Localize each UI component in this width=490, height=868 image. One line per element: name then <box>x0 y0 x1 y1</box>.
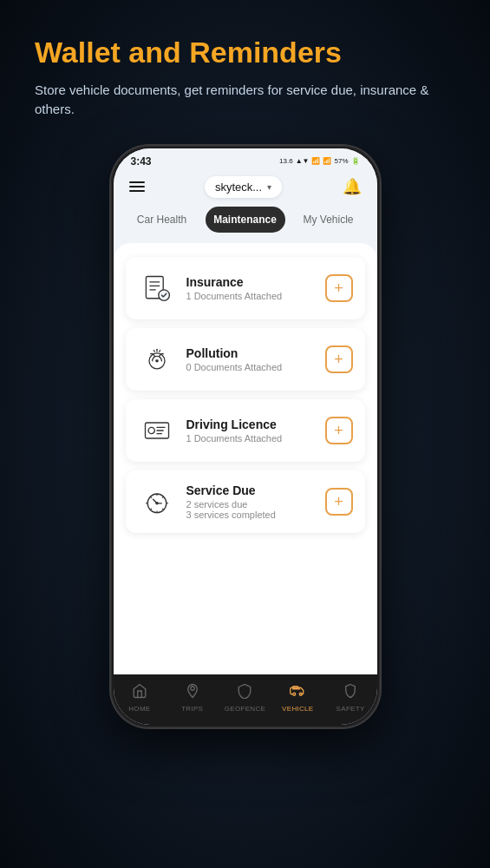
service-due-add-button[interactable]: + <box>325 488 353 516</box>
service-due-card: Service Due 2 services due 3 services co… <box>126 470 365 533</box>
plus-icon: + <box>334 280 343 296</box>
pollution-title: Pollution <box>186 346 315 360</box>
tabs-container: Car Health Maintenance My Vehicle <box>114 207 377 243</box>
vehicle-selector[interactable]: skyteck... ▾ <box>205 176 282 198</box>
service-due-icon <box>138 483 176 521</box>
vehicle-label: VEHICLE <box>282 705 313 713</box>
tab-car-health[interactable]: Car Health <box>122 207 202 233</box>
nav-item-trips[interactable]: TRIPS <box>171 683 214 713</box>
geofence-label: GEOFENCE <box>225 705 265 713</box>
insurance-title: Insurance <box>186 275 315 289</box>
svg-point-3 <box>155 359 159 363</box>
pollution-subtitle: 0 Documents Attached <box>186 362 315 372</box>
driving-licence-title: Driving Licence <box>186 418 315 431</box>
service-due-info: Service Due 2 services due 3 services co… <box>186 483 315 520</box>
phone-frame: 3:43 13.6 ▲▼ 📶 📶 57% 🔋 skyt <box>111 146 380 727</box>
plus-icon: + <box>334 352 343 367</box>
nav-item-vehicle[interactable]: VEHICLE <box>276 683 319 713</box>
plus-icon: + <box>334 423 343 438</box>
tab-my-vehicle[interactable]: My Vehicle <box>289 207 369 233</box>
service-due-subtitle: 2 services due 3 services completed <box>186 499 315 520</box>
trips-label: TRIPS <box>181 705 203 713</box>
insurance-info: Insurance 1 Documents Attached <box>186 275 315 301</box>
vehicle-name: skyteck... <box>215 181 262 194</box>
status-time: 3:43 <box>131 155 152 168</box>
page-title: Wallet and Reminders <box>35 35 455 70</box>
pollution-icon <box>138 340 176 378</box>
top-nav: skyteck... ▾ 🔔 <box>114 171 377 207</box>
phone-wrapper: 3:43 13.6 ▲▼ 📶 📶 57% 🔋 skyt <box>0 146 490 727</box>
driving-licence-card: Driving Licence 1 Documents Attached + <box>126 399 365 462</box>
page-subtitle: Store vehicle documents, get reminders f… <box>35 81 455 120</box>
nav-item-geofence[interactable]: GEOFENCE <box>223 683 266 713</box>
status-bar: 3:43 13.6 ▲▼ 📶 📶 57% 🔋 <box>114 148 377 171</box>
nav-item-safety[interactable]: SAFETY <box>329 683 372 713</box>
insurance-add-button[interactable]: + <box>325 274 353 302</box>
driving-licence-add-button[interactable]: + <box>325 417 353 444</box>
insurance-card: Insurance 1 Documents Attached + <box>126 257 365 319</box>
plus-icon: + <box>334 494 343 510</box>
nav-item-home[interactable]: HOME <box>118 683 161 713</box>
svg-point-9 <box>293 693 296 695</box>
tab-maintenance[interactable]: Maintenance <box>206 207 285 233</box>
insurance-subtitle: 1 Documents Attached <box>186 291 315 301</box>
hamburger-menu-button[interactable] <box>129 181 145 192</box>
home-label: HOME <box>128 705 150 713</box>
insurance-icon <box>138 269 176 307</box>
driving-licence-subtitle: 1 Documents Attached <box>186 433 315 444</box>
pollution-card: Pollution 0 Documents Attached + <box>126 328 365 391</box>
pollution-add-button[interactable]: + <box>325 345 353 373</box>
status-icons: 13.6 ▲▼ 📶 📶 57% 🔋 <box>279 157 359 165</box>
main-content: Insurance 1 Documents Attached + <box>114 243 377 674</box>
driving-licence-icon <box>138 411 176 450</box>
notification-bell-icon[interactable]: 🔔 <box>343 177 362 196</box>
chevron-down-icon: ▾ <box>267 182 271 192</box>
driving-licence-info: Driving Licence 1 Documents Attached <box>186 418 315 444</box>
home-icon <box>132 683 147 702</box>
svg-point-5 <box>148 427 154 433</box>
page-header: Wallet and Reminders Store vehicle docum… <box>0 0 490 137</box>
geofence-icon <box>237 683 252 702</box>
bottom-nav: HOME TRIPS <box>114 674 377 725</box>
safety-icon <box>343 683 358 702</box>
phone-inner: 3:43 13.6 ▲▼ 📶 📶 57% 🔋 skyt <box>114 148 377 725</box>
trips-icon <box>185 683 200 702</box>
vehicle-icon <box>289 683 306 702</box>
svg-point-8 <box>190 687 194 691</box>
pollution-info: Pollution 0 Documents Attached <box>186 346 315 372</box>
safety-label: SAFETY <box>336 705 365 713</box>
service-due-title: Service Due <box>186 483 315 497</box>
